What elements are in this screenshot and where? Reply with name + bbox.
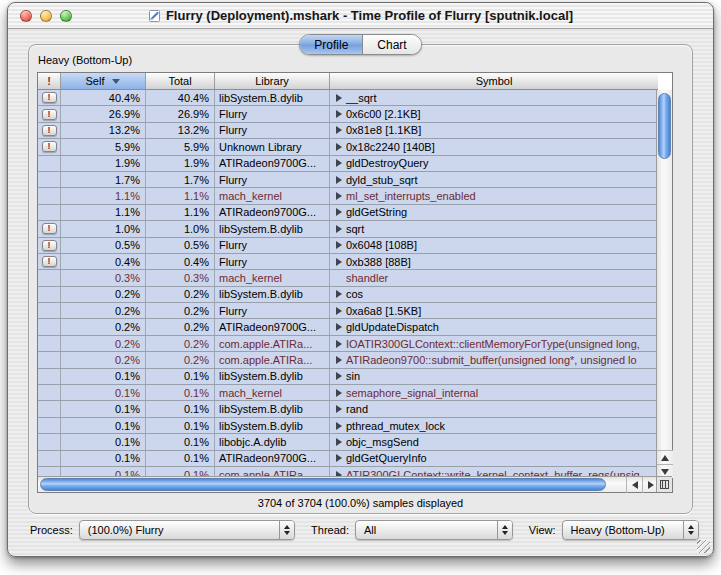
- symbol-name: pthread_mutex_lock: [346, 420, 445, 432]
- total-percent-cell: 0.4%: [146, 254, 215, 269]
- table-row[interactable]: ! 0.2% 0.2% libSystem.B.dylib cos: [38, 287, 672, 303]
- resize-grip[interactable]: [697, 540, 710, 553]
- exclamation-flag-button[interactable]: !: [42, 240, 57, 251]
- flag-cell: !: [38, 254, 61, 269]
- exclamation-flag-button[interactable]: !: [42, 141, 57, 152]
- disclosure-triangle-icon[interactable]: [336, 340, 342, 348]
- table-row[interactable]: ! 0.2% 0.2% ATIRadeon9700G... gldUpdateD…: [38, 319, 672, 335]
- table-row[interactable]: ! 0.2% 0.2% com.apple.ATIRa... ATIRadeon…: [38, 352, 672, 368]
- table-row[interactable]: ! 1.0% 1.0% libSystem.B.dylib sqrt: [38, 221, 672, 237]
- disclosure-triangle-icon[interactable]: [336, 176, 342, 184]
- disclosure-triangle-icon[interactable]: [336, 405, 342, 413]
- disclosure-triangle-icon[interactable]: [336, 438, 342, 446]
- horizontal-scrollbar[interactable]: [38, 476, 658, 492]
- tab-profile[interactable]: Profile: [300, 35, 362, 54]
- vertical-scrollbar-thumb[interactable]: [658, 93, 671, 159]
- thread-popup[interactable]: All: [355, 520, 513, 540]
- close-button[interactable]: [20, 10, 32, 22]
- view-popup[interactable]: Heavy (Bottom-Up): [562, 520, 699, 540]
- title-bar[interactable]: Flurry (Deployment).mshark - Time Profil…: [8, 3, 713, 29]
- column-header-self[interactable]: Self: [61, 73, 146, 90]
- zoom-button[interactable]: [60, 10, 72, 22]
- scroll-left-button[interactable]: [626, 477, 642, 493]
- total-percent-cell: 1.1%: [146, 188, 215, 203]
- disclosure-triangle-icon[interactable]: [336, 110, 342, 118]
- disclosure-triangle-icon[interactable]: [336, 323, 342, 331]
- column-options-button[interactable]: [656, 476, 672, 492]
- table-row[interactable]: ! 26.9% 26.9% Flurry 0x6c00 [2.1KB]: [38, 106, 672, 122]
- column-header-symbol[interactable]: Symbol: [330, 73, 658, 90]
- self-percent-cell: 0.1%: [61, 385, 146, 400]
- disclosure-triangle-icon[interactable]: [336, 307, 342, 315]
- disclosure-triangle-icon[interactable]: [336, 258, 342, 266]
- table-row[interactable]: ! 0.1% 0.1% mach_kernel semaphore_signal…: [38, 385, 672, 401]
- disclosure-triangle-icon[interactable]: [336, 126, 342, 134]
- total-percent-cell: 0.1%: [146, 401, 215, 416]
- table-row[interactable]: ! 1.7% 1.7% Flurry dyld_stub_sqrt: [38, 172, 672, 188]
- disclosure-triangle-icon[interactable]: [336, 241, 342, 249]
- exclamation-flag-button[interactable]: !: [42, 223, 57, 234]
- table-row[interactable]: ! 0.1% 0.1% ATIRadeon9700G... gldGetQuer…: [38, 451, 672, 467]
- library-cell: Unknown Library: [215, 139, 330, 154]
- library-cell: Flurry: [215, 254, 330, 269]
- table-row[interactable]: ! 1.1% 1.1% mach_kernel ml_set_interrupt…: [38, 188, 672, 204]
- self-percent-cell: 0.2%: [61, 319, 146, 334]
- symbol-name: 0x6c00 [2.1KB]: [346, 108, 421, 120]
- scroll-up-button[interactable]: [657, 450, 673, 464]
- disclosure-triangle-icon[interactable]: [336, 389, 342, 397]
- disclosure-triangle-icon[interactable]: [336, 192, 342, 200]
- process-popup[interactable]: (100.0%) Flurry: [79, 520, 295, 540]
- table-row[interactable]: ! 0.3% 0.3% mach_kernel shandler: [38, 270, 672, 286]
- exclamation-flag-button[interactable]: !: [42, 109, 57, 120]
- table-row[interactable]: ! 0.1% 0.1% libSystem.B.dylib rand: [38, 401, 672, 417]
- disclosure-triangle-icon[interactable]: [336, 454, 342, 462]
- library-cell: Flurry: [215, 106, 330, 121]
- table-row[interactable]: ! 13.2% 13.2% Flurry 0x81e8 [1.1KB]: [38, 123, 672, 139]
- disclosure-triangle-icon[interactable]: [336, 290, 342, 298]
- self-percent-cell: 0.2%: [61, 287, 146, 302]
- self-percent-cell: 0.2%: [61, 336, 146, 351]
- column-header-total[interactable]: Total: [146, 73, 215, 90]
- flag-cell: !: [38, 172, 61, 187]
- table-header: ! Self Total Library Symbol: [38, 73, 672, 90]
- disclosure-triangle-icon[interactable]: [336, 208, 342, 216]
- disclosure-triangle-icon[interactable]: [336, 372, 342, 380]
- tab-chart[interactable]: Chart: [362, 35, 420, 54]
- table-row[interactable]: ! 5.9% 5.9% Unknown Library 0x18c2240 [1…: [38, 139, 672, 155]
- self-percent-cell: 1.9%: [61, 156, 146, 171]
- table-row[interactable]: ! 1.1% 1.1% ATIRadeon9700G... gldGetStri…: [38, 205, 672, 221]
- table-row[interactable]: ! 0.5% 0.5% Flurry 0x6048 [108B]: [38, 238, 672, 254]
- total-percent-cell: 1.1%: [146, 205, 215, 220]
- table-row[interactable]: ! 0.1% 0.1% libobjc.A.dylib objc_msgSend: [38, 434, 672, 450]
- library-cell: com.apple.ATIRa...: [215, 352, 330, 367]
- horizontal-scrollbar-thumb[interactable]: [40, 478, 606, 491]
- exclamation-flag-button[interactable]: !: [42, 256, 57, 267]
- disclosure-triangle-icon[interactable]: [336, 356, 342, 364]
- disclosure-triangle-icon[interactable]: [336, 422, 342, 430]
- column-header-library[interactable]: Library: [215, 73, 330, 90]
- table-row[interactable]: ! 0.2% 0.2% com.apple.ATIRa... IOATIR300…: [38, 336, 672, 352]
- table-row[interactable]: ! 40.4% 40.4% libSystem.B.dylib __sqrt: [38, 90, 672, 106]
- symbol-name: ATIRadeon9700::submit_buffer(unsigned lo…: [346, 354, 637, 366]
- table-row[interactable]: ! 0.1% 0.1% libSystem.B.dylib pthread_mu…: [38, 418, 672, 434]
- disclosure-triangle-icon[interactable]: [336, 94, 342, 102]
- disclosure-triangle-icon[interactable]: [336, 143, 342, 151]
- symbol-cell: 0xa6a8 [1.5KB]: [330, 303, 658, 318]
- exclamation-flag-button[interactable]: !: [42, 92, 57, 103]
- columns-icon: [660, 480, 669, 489]
- table-row[interactable]: ! 0.1% 0.1% libSystem.B.dylib sin: [38, 369, 672, 385]
- total-percent-cell: 1.0%: [146, 221, 215, 236]
- disclosure-triangle-icon[interactable]: [336, 225, 342, 233]
- table-row[interactable]: ! 0.4% 0.4% Flurry 0xb388 [88B]: [38, 254, 672, 270]
- exclamation-flag-button[interactable]: !: [42, 125, 57, 136]
- vertical-scrollbar[interactable]: [656, 90, 672, 478]
- disclosure-triangle-icon[interactable]: [336, 159, 342, 167]
- table-row[interactable]: ! 0.2% 0.2% Flurry 0xa6a8 [1.5KB]: [38, 303, 672, 319]
- table-row[interactable]: ! 1.9% 1.9% ATIRadeon9700G... gldDestroy…: [38, 156, 672, 172]
- horizontal-scrollbar-track[interactable]: [38, 477, 626, 493]
- column-header-flag[interactable]: !: [38, 73, 61, 90]
- self-percent-cell: 13.2%: [61, 123, 146, 138]
- minimize-button[interactable]: [40, 10, 52, 22]
- library-cell: mach_kernel: [215, 385, 330, 400]
- flag-cell: !: [38, 90, 61, 105]
